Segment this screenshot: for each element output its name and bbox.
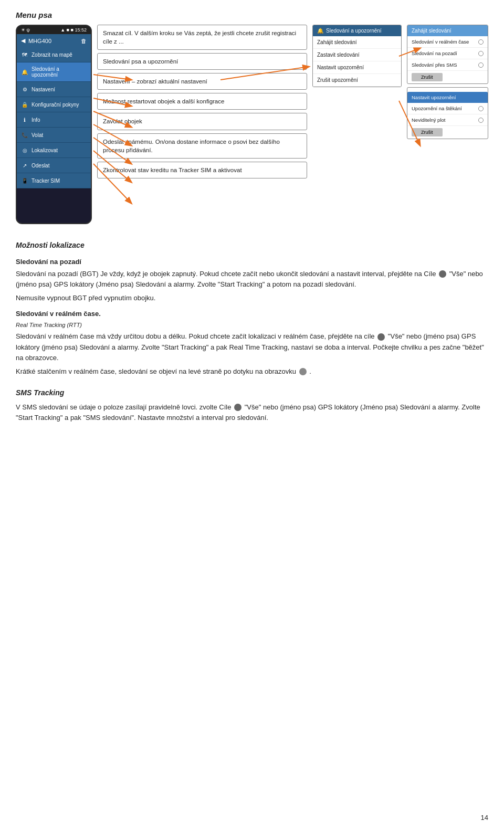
cancel-button-1[interactable]: Zrušit — [412, 73, 443, 81]
realtime-tracking-option[interactable]: Sledování v reálném čase — [407, 36, 488, 48]
callout-restart: Možnost restartovat obojek a další konfi… — [97, 93, 307, 110]
phone-icon: 📞 — [21, 131, 28, 139]
start-tracking-box: Zahájit sledování Sledování v reálném ča… — [407, 25, 488, 84]
share-icon: ↗ — [21, 162, 28, 169]
submenu-column: Zahájit sledování Sledování v reálném ča… — [407, 25, 488, 224]
sledovani-pozadi-text3: Nemusíte vypnout BGT před vypnutím obojk… — [16, 293, 488, 303]
settings-icon: ⚙ — [21, 86, 28, 93]
callout-tracking: Sledování psa a upozornění — [97, 53, 307, 70]
phone-menu-item-locate[interactable]: ◎ Lokalizovat — [17, 143, 91, 158]
phone-menu-item-info[interactable]: ℹ Info — [17, 112, 91, 128]
gps-icon-2 — [377, 333, 385, 341]
callout-sim: Zkontrolovat stav kreditu na Tracker SIM… — [97, 162, 307, 178]
phone-mockup: ☀ ψ ▲ ■ ■ 15:52 ◀ MHG400 🗑 🗺 Zobrazit na… — [16, 25, 92, 224]
gps-icon-3 — [234, 404, 242, 411]
phone-menu-item-config[interactable]: 🔒 Konfigurační pokyny — [17, 97, 91, 112]
alert-settings-header: Nastavit upozornění — [407, 92, 488, 103]
tracking-submenu-header: 🔔 Sledování a upozornění — [313, 25, 401, 36]
radio-fence[interactable] — [478, 118, 484, 123]
phone-menu-item-send[interactable]: ↗ Odeslat — [17, 158, 91, 173]
start-tracking-header: Zahájit sledování — [407, 25, 488, 36]
radio-realtime[interactable] — [478, 39, 484, 45]
callout-send: Odeslat známému. On/ona dostane informac… — [97, 133, 307, 159]
bark-alert-option[interactable]: Upozornění na štěkání — [407, 103, 488, 114]
radio-sms[interactable] — [478, 62, 484, 68]
phone-menu-item-map[interactable]: 🗺 Zobrazit na mapě — [17, 47, 91, 62]
background-tracking-option[interactable]: Sledování na pozadí — [407, 48, 488, 59]
tracking-start[interactable]: Zahájit sledování — [313, 36, 401, 49]
callout-delete: Smazat cíl. V dalším kroku se Vás zeptá,… — [97, 25, 307, 50]
rtt-subheading: Real Time Tracking (RTT) — [16, 321, 488, 330]
bell-icon: 🔔 — [21, 68, 28, 76]
bell-icon-2: 🔔 — [317, 28, 323, 34]
phone-header: ◀ MHG400 🗑 — [17, 34, 91, 47]
sms-text: V SMS sledování se údaje o poloze zasíla… — [16, 402, 488, 423]
tracking-set-alert[interactable]: Nastavit upozornění — [313, 61, 401, 74]
phone-menu-item-call[interactable]: 📞 Volat — [17, 128, 91, 143]
lock-icon: 🔒 — [21, 101, 28, 108]
info-icon: ℹ — [21, 116, 28, 123]
cancel-button-2[interactable]: Zrušit — [412, 128, 443, 136]
tracking-cancel-alert[interactable]: Zrušit upozornění — [313, 74, 401, 87]
content-section: Možnosti lokalizace Sledování na pozadí … — [16, 240, 488, 423]
phone-status-bar: ☀ ψ ▲ ■ ■ 15:52 — [17, 26, 91, 34]
sledovani-realnem-text3: Krátké stalčením v reálném čase, sledová… — [16, 366, 488, 377]
alert-settings-box: Nastavit upozornění Upozornění na štěkán… — [407, 87, 488, 139]
sledovani-realnem-heading: Sledování v reálném čase. — [16, 309, 488, 319]
phone-menu-item-tracking[interactable]: 🔔 Sledování a upozornění — [17, 62, 91, 82]
sledovani-pozadi-text1: Sledování na pozadí (BGT) Je vždy, když … — [16, 269, 488, 290]
invisible-fence-option[interactable]: Neviditelný plot — [407, 114, 488, 126]
sim-icon: 📱 — [21, 177, 28, 184]
page-title: Menu psa — [16, 10, 488, 19]
gps-target-icon — [439, 270, 446, 278]
map-icon: 🗺 — [21, 51, 28, 58]
phone-menu-item-settings[interactable]: ⚙ Nastavení — [17, 82, 91, 97]
sledovani-realnem-text1: Sledování v reálném čase má vždy určitou… — [16, 331, 488, 363]
target-icon: ◎ — [21, 146, 28, 154]
radio-bark[interactable] — [478, 106, 484, 111]
sms-tracking-option[interactable]: Sledování přes SMS — [407, 59, 488, 71]
callout-settings: Nastavení – zobrazí aktuální nastavení — [97, 73, 307, 90]
tracking-menu-column: 🔔 Sledování a upozornění Zahájit sledová… — [312, 25, 402, 224]
sledovani-pozadi-heading: Sledování na pozadí — [16, 257, 488, 267]
sms-heading: SMS Tracking — [16, 387, 488, 399]
phone-menu-item-sim[interactable]: 📱 Tracker SIM — [17, 173, 91, 188]
callout-container: Smazat cíl. V dalším kroku se Vás zeptá,… — [97, 25, 307, 224]
page-number: 14 — [481, 814, 488, 822]
clock-icon — [299, 368, 307, 375]
tracking-stop[interactable]: Zastavit sledování — [313, 49, 401, 61]
callout-call: Zavolat obojek — [97, 113, 307, 130]
moznosti-heading: Možnosti lokalizace — [16, 240, 488, 251]
radio-background[interactable] — [478, 51, 484, 56]
tracking-submenu-box: 🔔 Sledování a upozornění Zahájit sledová… — [312, 25, 402, 87]
